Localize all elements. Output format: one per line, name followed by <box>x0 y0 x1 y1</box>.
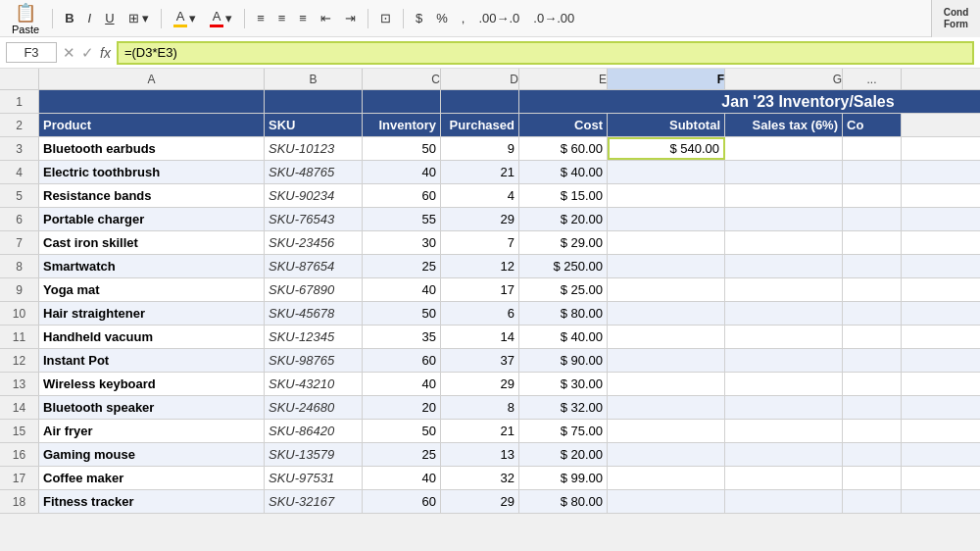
cell-cost-14[interactable]: $ 32.00 <box>519 396 608 419</box>
cell-sku-12[interactable]: SKU-98765 <box>265 349 363 372</box>
cell-tax-14[interactable] <box>725 396 843 419</box>
cell-subtotal-14[interactable] <box>608 396 725 419</box>
cell-inventory-18[interactable]: 60 <box>363 490 441 513</box>
col-label-inventory[interactable]: Inventory <box>363 114 441 136</box>
cell-inventory-15[interactable]: 50 <box>363 420 441 442</box>
col-label-cost[interactable]: Cost <box>519 114 608 136</box>
comma-button[interactable]: , <box>457 9 470 27</box>
cell-cost-18[interactable]: $ 80.00 <box>519 490 608 513</box>
cell-subtotal-15[interactable] <box>608 420 725 442</box>
cell-co-17[interactable] <box>843 467 902 489</box>
cell-purchased-9[interactable]: 17 <box>441 278 519 301</box>
cell-purchased-14[interactable]: 8 <box>441 396 519 419</box>
cell-purchased-5[interactable]: 4 <box>441 184 519 207</box>
cell-inventory-13[interactable]: 40 <box>363 373 441 395</box>
cell-product-18[interactable]: Fitness tracker <box>39 490 265 513</box>
cell-inventory-10[interactable]: 50 <box>363 302 441 325</box>
cell-tax-12[interactable] <box>725 349 843 372</box>
cell-product-12[interactable]: Instant Pot <box>39 349 265 372</box>
col-header-c[interactable]: C <box>363 69 441 89</box>
cell-sku-3[interactable]: SKU-10123 <box>265 137 363 160</box>
cell-purchased-15[interactable]: 21 <box>441 420 519 442</box>
cell-cost-8[interactable]: $ 250.00 <box>519 255 608 277</box>
cell-co-15[interactable] <box>843 420 902 442</box>
cell-co-9[interactable] <box>843 278 902 301</box>
cell-product-7[interactable]: Cast iron skillet <box>39 231 265 254</box>
cell-tax-13[interactable] <box>725 373 843 395</box>
cell-sku-8[interactable]: SKU-87654 <box>265 255 363 277</box>
col-label-sku[interactable]: SKU <box>265 114 363 136</box>
cell-subtotal-12[interactable] <box>608 349 725 372</box>
cell-tax-4[interactable] <box>725 161 843 183</box>
cell-subtotal-11[interactable] <box>608 326 725 348</box>
cell-cost-16[interactable]: $ 20.00 <box>519 443 608 466</box>
cell-co-14[interactable] <box>843 396 902 419</box>
cell-subtotal-13[interactable] <box>608 373 725 395</box>
col-header-d[interactable]: D <box>441 69 519 89</box>
cell-inventory-14[interactable]: 20 <box>363 396 441 419</box>
cell-product-3[interactable]: Bluetooth earbuds <box>39 137 265 160</box>
cell-product-6[interactable]: Portable charger <box>39 208 265 230</box>
font-color-button[interactable]: A ▾ <box>205 7 237 29</box>
cell-product-5[interactable]: Resistance bands <box>39 184 265 207</box>
cell-co-5[interactable] <box>843 184 902 207</box>
paste-button[interactable]: 📋 Paste <box>6 0 45 37</box>
col-label-subtotal[interactable]: Subtotal <box>608 114 725 136</box>
cell-subtotal-17[interactable] <box>608 467 725 489</box>
cell-purchased-8[interactable]: 12 <box>441 255 519 277</box>
cell-sku-15[interactable]: SKU-86420 <box>265 420 363 442</box>
cell-subtotal-8[interactable] <box>608 255 725 277</box>
cell-co-4[interactable] <box>843 161 902 183</box>
col-header-h[interactable]: ... <box>843 69 902 89</box>
cell-cost-4[interactable]: $ 40.00 <box>519 161 608 183</box>
cell-co-11[interactable] <box>843 326 902 348</box>
cell-purchased-4[interactable]: 21 <box>441 161 519 183</box>
percent-button[interactable]: % <box>431 9 453 27</box>
cell-product-13[interactable]: Wireless keyboard <box>39 373 265 395</box>
cell-co-16[interactable] <box>843 443 902 466</box>
cell-product-4[interactable]: Electric toothbrush <box>39 161 265 183</box>
font-color-dropdown-icon[interactable]: ▾ <box>225 11 232 25</box>
cell-tax-5[interactable] <box>725 184 843 207</box>
col-label-salestax[interactable]: Sales tax (6%) <box>725 114 843 136</box>
bold-button[interactable]: B <box>60 9 78 27</box>
cell-purchased-6[interactable]: 29 <box>441 208 519 230</box>
currency-button[interactable]: $ <box>411 9 427 27</box>
cell-inventory-16[interactable]: 25 <box>363 443 441 466</box>
cell-subtotal-3[interactable]: $ 540.00 <box>608 137 725 160</box>
col-label-purchased[interactable]: Purchased <box>441 114 519 136</box>
cell-purchased-16[interactable]: 13 <box>441 443 519 466</box>
cell-tax-3[interactable] <box>725 137 843 160</box>
cell-sku-5[interactable]: SKU-90234 <box>265 184 363 207</box>
cell-co-12[interactable] <box>843 349 902 372</box>
cell-tax-7[interactable] <box>725 231 843 254</box>
cell-purchased-11[interactable]: 14 <box>441 326 519 348</box>
highlight-color-button[interactable]: A ▾ <box>169 7 201 29</box>
cell-sku-16[interactable]: SKU-13579 <box>265 443 363 466</box>
cell-co-18[interactable] <box>843 490 902 513</box>
cell-product-17[interactable]: Coffee maker <box>39 467 265 489</box>
underline-button[interactable]: U <box>100 9 119 27</box>
cell-tax-11[interactable] <box>725 326 843 348</box>
cell-reference[interactable] <box>6 42 57 63</box>
cell-cost-3[interactable]: $ 60.00 <box>519 137 608 160</box>
cell-cost-6[interactable]: $ 20.00 <box>519 208 608 230</box>
cell-tax-8[interactable] <box>725 255 843 277</box>
cell-subtotal-9[interactable] <box>608 278 725 301</box>
cell-subtotal-10[interactable] <box>608 302 725 325</box>
cell-sku-10[interactable]: SKU-45678 <box>265 302 363 325</box>
cell-subtotal-6[interactable] <box>608 208 725 230</box>
col-header-f[interactable]: F <box>608 69 725 89</box>
cell-subtotal-7[interactable] <box>608 231 725 254</box>
cell-product-16[interactable]: Gaming mouse <box>39 443 265 466</box>
cell-co-6[interactable] <box>843 208 902 230</box>
cell-sku-14[interactable]: SKU-24680 <box>265 396 363 419</box>
cell-sku-13[interactable]: SKU-43210 <box>265 373 363 395</box>
align-right-button[interactable]: ≡ <box>294 9 312 27</box>
cell-co-7[interactable] <box>843 231 902 254</box>
cell-co-3[interactable] <box>843 137 902 160</box>
cell-sku-7[interactable]: SKU-23456 <box>265 231 363 254</box>
cell-product-9[interactable]: Yoga mat <box>39 278 265 301</box>
cell-cost-13[interactable]: $ 30.00 <box>519 373 608 395</box>
decimal-inc-button[interactable]: .0→.00 <box>528 9 579 27</box>
